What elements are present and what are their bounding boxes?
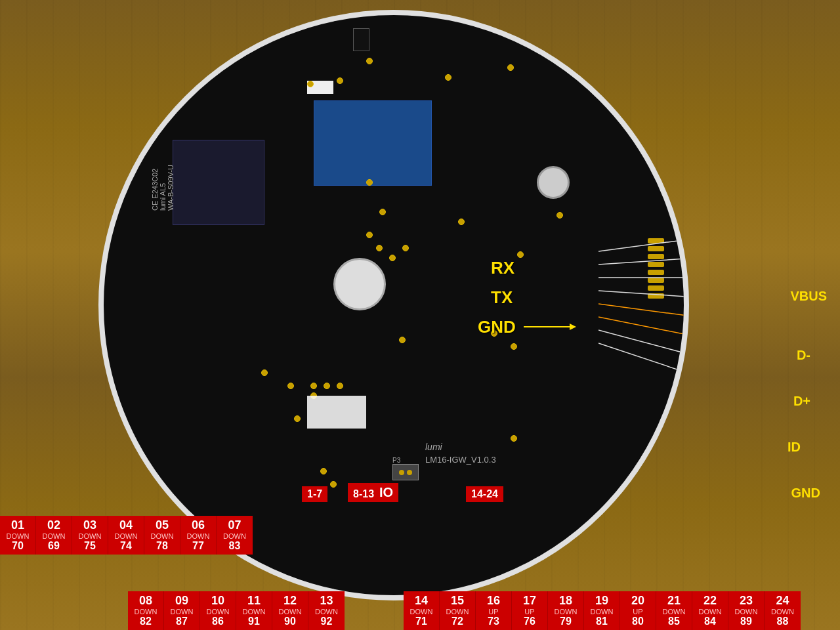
tp15	[517, 251, 524, 258]
pin-cell-15: 15DOWN72	[440, 591, 476, 630]
black-component-top	[353, 28, 369, 51]
tx-label: TX	[491, 287, 513, 308]
p3-label: P3	[392, 457, 400, 464]
pin-cell-06: 06DOWN77	[180, 516, 217, 555]
range-8-13: 8-13	[348, 486, 379, 502]
pin-cell-22: 22DOWN84	[692, 591, 728, 630]
pin-cell-20: 20UP80	[620, 591, 656, 630]
tp3	[366, 179, 373, 186]
id-label: ID	[788, 440, 801, 455]
pin-cell-23: 23DOWN89	[728, 591, 765, 630]
dp-label: D+	[793, 394, 810, 409]
pin-cell-04: 04DOWN74	[108, 516, 144, 555]
pcb-board: CE E243C02lumi AL5WA-B-S09V-U lumi LM16-…	[98, 10, 689, 600]
gnd2-label: GND	[791, 486, 820, 501]
tp27	[337, 77, 343, 84]
pin-cell-19: 19DOWN81	[584, 591, 620, 630]
tp26	[445, 74, 452, 81]
tp24	[366, 58, 373, 64]
led	[537, 166, 570, 199]
lumi-logo-bottom: lumi	[425, 442, 442, 452]
pin-cell-01: 01DOWN70	[0, 516, 36, 555]
gnd-arrow	[524, 317, 576, 337]
wires-bundle	[605, 245, 684, 376]
svg-line-5	[598, 291, 689, 297]
pin-cell-09: 09DOWN87	[164, 591, 200, 630]
tp25	[261, 369, 268, 376]
p3-connector	[392, 464, 419, 480]
svg-line-3	[598, 258, 689, 264]
tp9	[511, 343, 517, 350]
pin-cell-05: 05DOWN78	[144, 516, 180, 555]
tp34	[310, 383, 317, 389]
pin-row2: 08DOWN8209DOWN8710DOWN8611DOWN9112DOWN90…	[128, 591, 345, 630]
tp6	[366, 232, 373, 238]
button-cell	[333, 258, 386, 310]
tp8	[389, 255, 396, 261]
tp35	[324, 383, 330, 389]
main-chip	[173, 140, 264, 225]
pcb-cert-text: CE E243C02lumi AL5WA-B-S09V-U	[151, 165, 175, 211]
tp10	[379, 209, 386, 215]
wifi-chip	[314, 100, 432, 186]
pin-cell-18: 18DOWN79	[548, 591, 584, 630]
tp18	[458, 219, 465, 225]
tp28	[330, 481, 337, 488]
vbus-label: VBUS	[790, 289, 827, 304]
pin-cell-03: 03DOWN75	[72, 516, 108, 555]
pin-cell-12: 12DOWN90	[272, 591, 308, 630]
pin-cell-02: 02DOWN69	[36, 516, 72, 555]
tp29	[402, 245, 409, 251]
pin-cell-21: 21DOWN85	[656, 591, 692, 630]
rx-label: RX	[491, 258, 514, 278]
pin-cell-10: 10DOWN86	[200, 591, 236, 630]
pin-cell-17: 17UP76	[512, 591, 548, 630]
range-1-7: 1-7	[302, 486, 327, 502]
tp21	[287, 383, 294, 389]
tp20	[307, 81, 314, 87]
tp4	[511, 435, 517, 442]
tp7	[376, 245, 383, 251]
svg-line-6	[598, 304, 689, 317]
tp1	[399, 337, 406, 343]
pin-row3: 14DOWN7115DOWN7216UP7317UP7618DOWN7919DO…	[404, 591, 801, 630]
svg-line-9	[598, 343, 689, 376]
tp30	[320, 468, 327, 474]
tp13	[507, 64, 514, 71]
gnd-label-pcb: GND	[478, 317, 516, 337]
pin-cell-24: 24DOWN88	[765, 591, 801, 630]
label-sticker	[307, 396, 366, 429]
pin-cell-14: 14DOWN71	[404, 591, 440, 630]
svg-line-2	[598, 238, 689, 251]
pin-cell-16: 16UP73	[476, 591, 512, 630]
tp12	[294, 415, 301, 422]
svg-marker-1	[570, 324, 576, 330]
pin-cell-08: 08DOWN82	[128, 591, 164, 630]
pin-cell-11: 11DOWN91	[236, 591, 272, 630]
range-14-24: 14-24	[466, 486, 503, 502]
pin-row1: 01DOWN7002DOWN6903DOWN7504DOWN7405DOWN78…	[0, 516, 253, 555]
dm-label: D-	[797, 348, 810, 363]
tp22	[556, 212, 563, 219]
pin-cell-07: 07DOWN83	[217, 516, 253, 555]
pcb-version: LM16-IGW_V1.0.3	[425, 455, 496, 465]
svg-line-8	[598, 330, 689, 356]
tp36	[337, 383, 343, 389]
pin-cell-13: 13DOWN92	[308, 591, 345, 630]
